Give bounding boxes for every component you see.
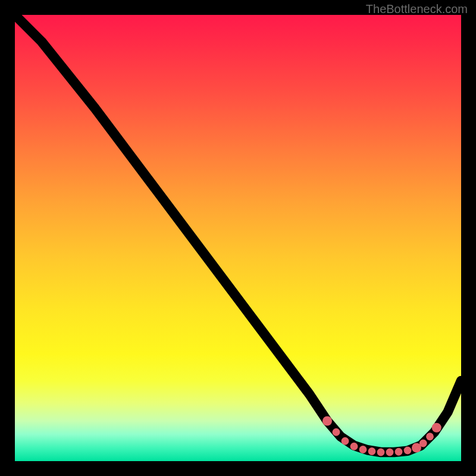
highlight-dot [404,447,412,455]
highlight-dot [395,448,403,456]
highlight-dot [333,428,340,436]
highlight-dot [432,423,441,433]
highlight-dot [419,440,427,447]
highlight-dot [342,437,349,445]
bottleneck-curve [15,15,461,452]
watermark-text: TheBottleneck.com [366,2,468,16]
highlight-dot [368,447,376,455]
highlight-dot [350,443,358,450]
highlight-dot [426,433,434,440]
highlight-dot [359,446,367,453]
highlight-dot [386,449,394,456]
highlight-dot [377,449,385,456]
chart-svg [15,15,461,461]
highlight-dot [322,416,332,425]
